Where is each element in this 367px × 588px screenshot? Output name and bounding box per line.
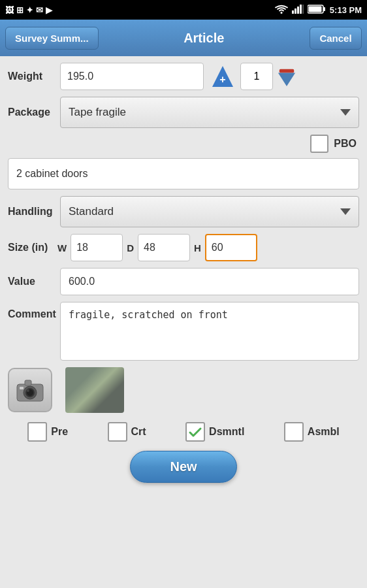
cancel-button[interactable]: Cancel bbox=[310, 27, 362, 50]
comment-textarea[interactable]: fragile, scratched on front bbox=[60, 302, 359, 361]
camera-button[interactable] bbox=[8, 368, 52, 412]
pbo-label: PBO bbox=[334, 138, 357, 150]
dsmntl-label: Dsmntl bbox=[209, 426, 244, 438]
new-button[interactable]: New bbox=[130, 451, 236, 483]
comment-row: Comment fragile, scratched on front bbox=[8, 302, 359, 361]
email-icon: ✉ bbox=[36, 5, 43, 15]
package-value: Tape fragile bbox=[69, 106, 126, 119]
crt-label: Crt bbox=[131, 426, 146, 438]
back-button[interactable]: Survey Summ... bbox=[5, 27, 99, 50]
size-h-input[interactable] bbox=[205, 234, 257, 261]
battery-icon bbox=[308, 5, 326, 16]
package-select[interactable]: Tape fragile bbox=[60, 97, 359, 128]
size-d-label: D bbox=[127, 242, 134, 253]
size-d-input[interactable] bbox=[138, 234, 190, 261]
pre-checkbox[interactable] bbox=[27, 422, 47, 442]
package-label: Package bbox=[8, 106, 60, 118]
dropbox-icon: ✦ bbox=[26, 5, 33, 15]
counter-input[interactable] bbox=[240, 63, 273, 90]
photo-thumbnail[interactable] bbox=[65, 367, 124, 413]
svg-rect-5 bbox=[302, 5, 304, 14]
size-label: Size (in) bbox=[8, 242, 54, 253]
nav-bar: Survey Summ... Article Cancel bbox=[0, 20, 367, 56]
size-row: Size (in) W D H bbox=[8, 234, 359, 261]
description-input[interactable] bbox=[8, 158, 359, 189]
page-title: Article bbox=[99, 31, 310, 46]
size-w-input[interactable] bbox=[71, 234, 123, 261]
handling-row: Handling Standard bbox=[8, 196, 359, 227]
size-w-label: W bbox=[57, 242, 67, 253]
svg-marker-12 bbox=[278, 73, 295, 86]
svg-point-17 bbox=[27, 389, 29, 392]
weight-controls: + bbox=[209, 63, 296, 90]
svg-rect-19 bbox=[20, 387, 24, 389]
image-icon: ⊞ bbox=[16, 5, 24, 15]
asmbl-label: Asmbl bbox=[308, 426, 340, 438]
handling-select[interactable]: Standard bbox=[60, 196, 359, 227]
new-button-container: New bbox=[8, 451, 359, 483]
value-label: Value bbox=[8, 276, 60, 287]
dsmntl-checkbox[interactable] bbox=[185, 422, 205, 442]
weight-row: Weight + bbox=[8, 63, 359, 90]
asmbl-checkbox[interactable] bbox=[284, 422, 304, 442]
size-h-label: H bbox=[194, 242, 201, 253]
svg-rect-3 bbox=[297, 7, 299, 14]
svg-rect-7 bbox=[323, 7, 325, 11]
photo-row bbox=[8, 367, 359, 413]
comment-label: Comment bbox=[8, 308, 60, 320]
form-content: Weight + Package Tape fragile bbox=[0, 56, 367, 489]
svg-rect-2 bbox=[295, 8, 296, 14]
svg-rect-11 bbox=[279, 69, 295, 73]
package-row: Package Tape fragile bbox=[8, 97, 359, 128]
svg-rect-8 bbox=[308, 6, 321, 12]
svg-text:+: + bbox=[219, 74, 225, 85]
wifi-icon bbox=[275, 5, 288, 16]
status-icons-left: 🖼 ⊞ ✦ ✉ ▶ bbox=[5, 5, 52, 15]
checkbox-item-dsmntl: Dsmntl bbox=[185, 422, 244, 442]
svg-rect-18 bbox=[25, 380, 31, 385]
pbo-row: PBO bbox=[8, 135, 359, 153]
value-row: Value bbox=[8, 268, 359, 295]
crt-checkbox[interactable] bbox=[108, 422, 127, 442]
checkbox-item-pre: Pre bbox=[27, 422, 68, 442]
handling-dropdown-arrow bbox=[340, 208, 351, 215]
clock: 5:13 PM bbox=[330, 5, 362, 15]
svg-rect-4 bbox=[300, 5, 302, 14]
pre-label: Pre bbox=[51, 426, 68, 438]
signal-icon bbox=[292, 5, 304, 16]
package-dropdown-arrow bbox=[340, 109, 351, 116]
notification-icon: 🖼 bbox=[5, 5, 14, 15]
increment-button[interactable]: + bbox=[209, 63, 236, 90]
status-icons-right: 5:13 PM bbox=[275, 5, 362, 16]
weight-label: Weight bbox=[8, 71, 60, 82]
svg-rect-1 bbox=[292, 10, 294, 14]
checkboxes-row: Pre Crt Dsmntl Asmbl bbox=[8, 422, 359, 442]
handling-label: Handling bbox=[8, 206, 60, 218]
svg-point-0 bbox=[280, 12, 282, 14]
value-input[interactable] bbox=[60, 268, 359, 295]
checkbox-item-asmbl: Asmbl bbox=[284, 422, 340, 442]
decrement-button[interactable] bbox=[277, 63, 296, 90]
pbo-checkbox[interactable] bbox=[310, 135, 328, 153]
status-bar: 🖼 ⊞ ✦ ✉ ▶ bbox=[0, 0, 367, 20]
play-icon: ▶ bbox=[46, 5, 52, 15]
weight-input[interactable] bbox=[60, 63, 204, 90]
checkbox-item-crt: Crt bbox=[108, 422, 146, 442]
handling-value: Standard bbox=[69, 205, 114, 218]
